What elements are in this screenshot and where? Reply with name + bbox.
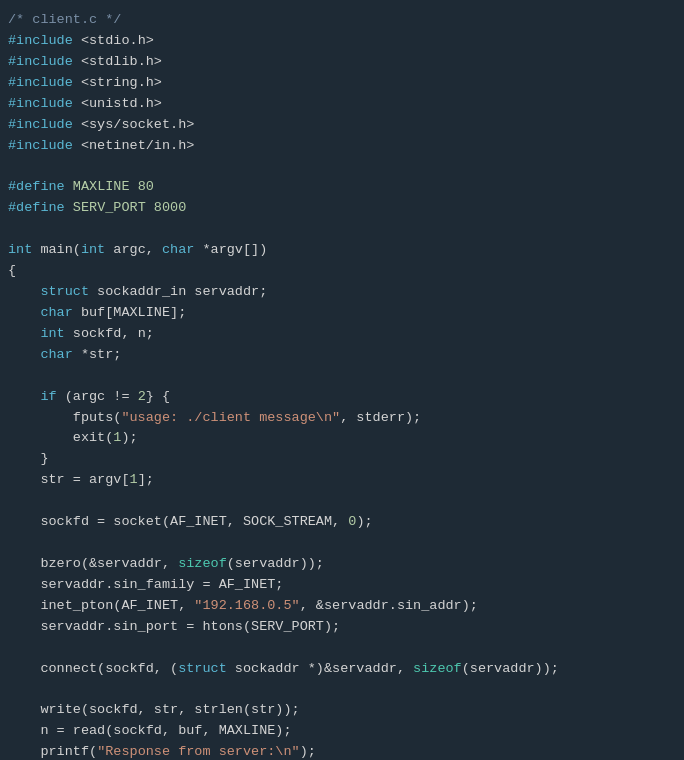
code-line: #include <sys/socket.h> <box>0 115 684 136</box>
code-token: int <box>40 324 64 345</box>
code-line <box>0 533 684 554</box>
code-token: MAXLINE <box>73 177 130 198</box>
code-token: , &servaddr.sin_addr); <box>300 596 478 617</box>
code-line: } <box>0 449 684 470</box>
code-token: sizeof <box>413 659 462 680</box>
code-token: ); <box>356 512 372 533</box>
code-token: buf[MAXLINE]; <box>73 303 186 324</box>
code-token: 8000 <box>154 198 186 219</box>
code-token: n = read(sockfd, buf, MAXLINE); <box>8 721 292 742</box>
code-token: str = argv[ <box>8 470 130 491</box>
code-token: 2 <box>138 387 146 408</box>
code-token: int <box>8 240 32 261</box>
code-line: /* client.c */ <box>0 10 684 31</box>
code-token: 80 <box>138 177 154 198</box>
code-token: SERV_PORT <box>73 198 146 219</box>
code-line: #include <netinet/in.h> <box>0 136 684 157</box>
code-line: struct sockaddr_in servaddr; <box>0 282 684 303</box>
code-token: *argv[]) <box>194 240 267 261</box>
code-line: sockfd = socket(AF_INET, SOCK_STREAM, 0)… <box>0 512 684 533</box>
code-token: servaddr.sin_family = AF_INET; <box>8 575 283 596</box>
code-token: <sys/socket.h> <box>81 115 194 136</box>
code-token: (servaddr)); <box>227 554 324 575</box>
code-token <box>65 177 73 198</box>
code-token: printf( <box>8 742 97 760</box>
code-token: sizeof <box>178 554 227 575</box>
code-token: #include <box>8 136 73 157</box>
code-token <box>8 324 40 345</box>
code-line: connect(sockfd, (struct sockaddr *)&serv… <box>0 659 684 680</box>
code-line: servaddr.sin_port = htons(SERV_PORT); <box>0 617 684 638</box>
code-token: char <box>162 240 194 261</box>
code-line <box>0 491 684 512</box>
code-line: n = read(sockfd, buf, MAXLINE); <box>0 721 684 742</box>
code-line <box>0 219 684 240</box>
code-line: #include <stdio.h> <box>0 31 684 52</box>
code-token: char <box>40 303 72 324</box>
code-token: <stdlib.h> <box>81 52 162 73</box>
code-token: inet_pton(AF_INET, <box>8 596 194 617</box>
code-token <box>73 31 81 52</box>
code-token: main( <box>32 240 81 261</box>
code-token <box>8 387 40 408</box>
code-token: /* client.c */ <box>8 10 121 31</box>
code-line: #define MAXLINE 80 <box>0 177 684 198</box>
code-token: "usage: ./client message\n" <box>121 408 340 429</box>
code-token: <netinet/in.h> <box>81 136 194 157</box>
code-token <box>73 73 81 94</box>
code-line: #include <string.h> <box>0 73 684 94</box>
code-token: char <box>40 345 72 366</box>
code-token <box>73 115 81 136</box>
code-token: ); <box>300 742 316 760</box>
code-token <box>73 136 81 157</box>
code-token: #include <box>8 31 73 52</box>
code-token: sockfd = socket(AF_INET, SOCK_STREAM, <box>8 512 348 533</box>
code-line: #include <stdlib.h> <box>0 52 684 73</box>
code-line: inet_pton(AF_INET, "192.168.0.5", &serva… <box>0 596 684 617</box>
code-token: ); <box>121 428 137 449</box>
code-token <box>130 177 138 198</box>
code-line: printf("Response from server:\n"); <box>0 742 684 760</box>
code-line: int main(int argc, char *argv[]) <box>0 240 684 261</box>
code-token: sockaddr_in servaddr; <box>89 282 267 303</box>
code-token <box>73 94 81 115</box>
code-token: #define <box>8 177 65 198</box>
code-token: connect(sockfd, ( <box>8 659 178 680</box>
code-token: #define <box>8 198 65 219</box>
code-line <box>0 156 684 177</box>
code-viewer: /* client.c */#include <stdio.h>#include… <box>0 0 684 760</box>
code-token <box>8 282 40 303</box>
code-token: struct <box>178 659 227 680</box>
code-line: #include <unistd.h> <box>0 94 684 115</box>
code-token: bzero(&servaddr, <box>8 554 178 575</box>
code-line: exit(1); <box>0 428 684 449</box>
code-token: fputs( <box>8 408 121 429</box>
code-line: char *str; <box>0 345 684 366</box>
code-token: } { <box>146 387 170 408</box>
code-line: fputs("usage: ./client message\n", stder… <box>0 408 684 429</box>
code-token: if <box>40 387 56 408</box>
code-token: , stderr); <box>340 408 421 429</box>
code-line: { <box>0 261 684 282</box>
code-token: 0 <box>348 512 356 533</box>
code-token: #include <box>8 94 73 115</box>
code-line: int sockfd, n; <box>0 324 684 345</box>
code-token: int <box>81 240 105 261</box>
code-token: ]; <box>138 470 154 491</box>
code-token <box>146 198 154 219</box>
code-token: struct <box>40 282 89 303</box>
code-token: argc, <box>105 240 162 261</box>
code-line: write(sockfd, str, strlen(str)); <box>0 700 684 721</box>
code-token: <stdio.h> <box>81 31 154 52</box>
code-token: "Response from server:\n" <box>97 742 300 760</box>
code-token: (argc != <box>57 387 138 408</box>
code-line: char buf[MAXLINE]; <box>0 303 684 324</box>
code-token: exit( <box>8 428 113 449</box>
code-token: { <box>8 261 16 282</box>
code-token: "192.168.0.5" <box>194 596 299 617</box>
code-line: #define SERV_PORT 8000 <box>0 198 684 219</box>
code-token: servaddr.sin_port = htons(SERV_PORT); <box>8 617 340 638</box>
code-token: (servaddr)); <box>462 659 559 680</box>
code-line: servaddr.sin_family = AF_INET; <box>0 575 684 596</box>
code-line: bzero(&servaddr, sizeof(servaddr)); <box>0 554 684 575</box>
